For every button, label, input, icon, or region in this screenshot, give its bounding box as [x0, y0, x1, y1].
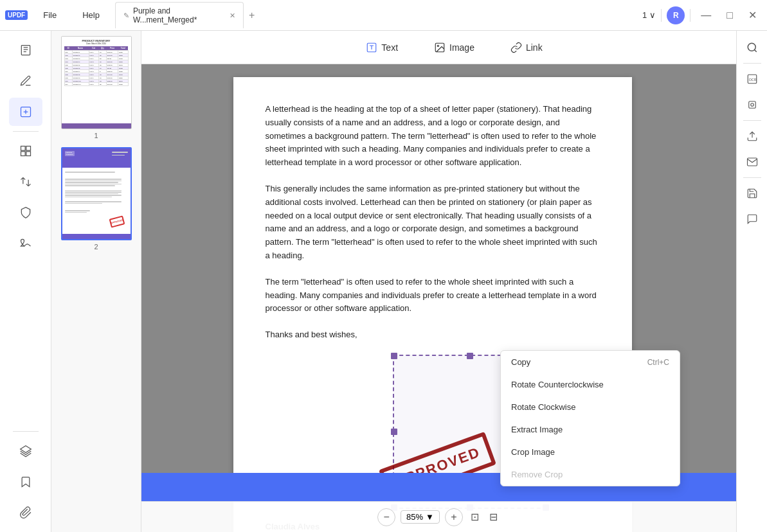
fit-page-button[interactable]: ⊡ — [468, 508, 482, 526]
page-indicator[interactable]: 1 ∨ — [642, 10, 656, 20]
ctx-crop-label: Crop Image — [511, 447, 555, 457]
sidebar-item-sign[interactable] — [9, 229, 42, 258]
zoom-selector[interactable]: 85% ▼ — [401, 510, 440, 524]
svg-point-17 — [750, 103, 753, 107]
ctx-remove-crop-label: Remove Crop — [511, 470, 563, 479]
sidebar-item-organize[interactable] — [9, 137, 42, 165]
sidebar-divider — [13, 131, 39, 132]
minimize-button[interactable]: — — [696, 7, 716, 24]
svg-rect-6 — [26, 146, 30, 151]
share-icon — [746, 156, 758, 168]
menu-bar: File Help — [38, 8, 105, 22]
bottom-bar: − 85% ▼ + ⊡ ⊟ — [141, 501, 736, 532]
fit-width-button[interactable]: ⊟ — [487, 508, 500, 526]
svg-text:OCR: OCR — [748, 78, 756, 82]
ctx-rotate-ccw[interactable]: Rotate Counterclockwise — [501, 373, 680, 396]
image-tool-icon — [434, 42, 446, 53]
handle-tl[interactable] — [391, 353, 397, 359]
export-button[interactable] — [741, 125, 764, 148]
svg-rect-5 — [21, 146, 25, 151]
search-icon — [746, 42, 758, 53]
ctx-extract-label: Extract Image — [511, 425, 563, 434]
window-controls: — □ ✕ — [696, 6, 762, 24]
logo-box: UPDF — [5, 10, 28, 20]
comment-button[interactable] — [741, 208, 764, 231]
ctx-copy-label: Copy — [511, 357, 530, 367]
user-avatar[interactable]: R — [667, 6, 685, 24]
sidebar-item-edit[interactable] — [9, 98, 42, 126]
divider — [661, 9, 662, 22]
svg-point-12 — [437, 45, 438, 46]
close-button[interactable]: ✕ — [743, 6, 762, 24]
ctx-copy-shortcut: Ctrl+C — [647, 358, 669, 367]
text-tool-icon — [366, 42, 377, 53]
svg-rect-0 — [21, 46, 30, 55]
scan-icon — [746, 99, 758, 111]
thumb-frame-2: ingoudeCompany — [61, 147, 132, 240]
tab-icon: ✎ — [123, 12, 129, 20]
sidebar-item-pages[interactable] — [9, 36, 42, 64]
toolbar-image[interactable]: Image — [426, 38, 482, 57]
ctx-extract[interactable]: Extract Image — [501, 418, 680, 441]
menu-file[interactable]: File — [38, 8, 62, 22]
export-icon — [746, 130, 758, 142]
para-3: The term "letterhead" is often used to r… — [266, 276, 600, 315]
sidebar-item-protect[interactable] — [9, 199, 42, 227]
toolbar-text[interactable]: Text — [358, 38, 406, 57]
maximize-button[interactable]: □ — [721, 7, 738, 24]
link-label: Link — [526, 42, 543, 53]
active-tab[interactable]: ✎ Purple and W...ment_Merged* ✕ — [115, 2, 244, 28]
link-tool-icon — [510, 42, 522, 53]
thumb-header-1: PRODUCT INVENTORY Date: March 30th 2024 … — [62, 37, 131, 87]
title-bar: UPDF File Help ✎ Purple and W...ment_Mer… — [0, 0, 767, 31]
sidebar-bottom — [9, 429, 42, 527]
sidebar-item-annotate[interactable] — [9, 67, 42, 95]
ctx-rotate-ccw-label: Rotate Counterclockwise — [511, 380, 604, 389]
add-tab-button[interactable]: + — [249, 10, 255, 21]
tab-close-button[interactable]: ✕ — [230, 12, 235, 20]
sidebar-divider2 — [13, 431, 39, 432]
share-button[interactable] — [741, 150, 764, 173]
right-divider-3 — [743, 177, 761, 178]
comment-icon — [746, 213, 758, 225]
app-logo: UPDF — [5, 10, 28, 20]
ctx-remove-crop: Remove Crop — [501, 463, 680, 486]
text-label: Text — [381, 42, 398, 53]
zoom-out-button[interactable]: − — [377, 508, 395, 526]
sidebar-item-layers[interactable] — [9, 437, 42, 465]
ocr-icon: OCR — [746, 73, 758, 85]
zoom-chevron-icon: ▼ — [426, 512, 434, 522]
svg-rect-7 — [21, 152, 25, 156]
svg-rect-8 — [26, 152, 30, 156]
thumb-num-1: 1 — [94, 132, 98, 139]
thumb-num-2: 2 — [94, 243, 98, 251]
sidebar-item-attach[interactable] — [9, 499, 42, 527]
menu-help[interactable]: Help — [77, 8, 105, 22]
ocr-button[interactable]: OCR — [741, 67, 764, 91]
para-2: This generally includes the same informa… — [266, 182, 600, 263]
toolbar-link[interactable]: Link — [503, 38, 550, 57]
image-label: Image — [449, 42, 474, 53]
thumb-frame-1: PRODUCT INVENTORY Date: March 30th 2024 … — [61, 36, 132, 129]
para-4: Thanks and best wishes, — [266, 328, 600, 342]
divider2 — [690, 9, 690, 22]
sidebar-item-bookmark[interactable] — [9, 468, 42, 496]
tab-area: ✎ Purple and W...ment_Merged* ✕ + — [115, 2, 642, 28]
left-sidebar — [0, 31, 51, 532]
svg-rect-16 — [748, 102, 755, 109]
right-action-bar: OCR — [736, 31, 767, 532]
zoom-in-button[interactable]: + — [445, 508, 463, 526]
ctx-rotate-cw[interactable]: Rotate Clockwise — [501, 396, 680, 418]
save-button[interactable] — [741, 182, 764, 205]
scan-button[interactable] — [741, 93, 764, 116]
para-1: A letterhead is the heading at the top o… — [266, 103, 600, 170]
search-button[interactable] — [741, 36, 764, 59]
save-icon — [746, 188, 758, 199]
thumbnail-2[interactable]: ingoudeCompany — [57, 147, 136, 251]
ctx-copy[interactable]: Copy Ctrl+C — [501, 351, 680, 373]
ctx-crop[interactable]: Crop Image — [501, 441, 680, 463]
right-divider-2 — [743, 120, 761, 121]
handle-tm[interactable] — [467, 353, 473, 359]
thumbnail-1[interactable]: PRODUCT INVENTORY Date: March 30th 2024 … — [57, 36, 136, 139]
sidebar-item-convert[interactable] — [9, 168, 42, 196]
